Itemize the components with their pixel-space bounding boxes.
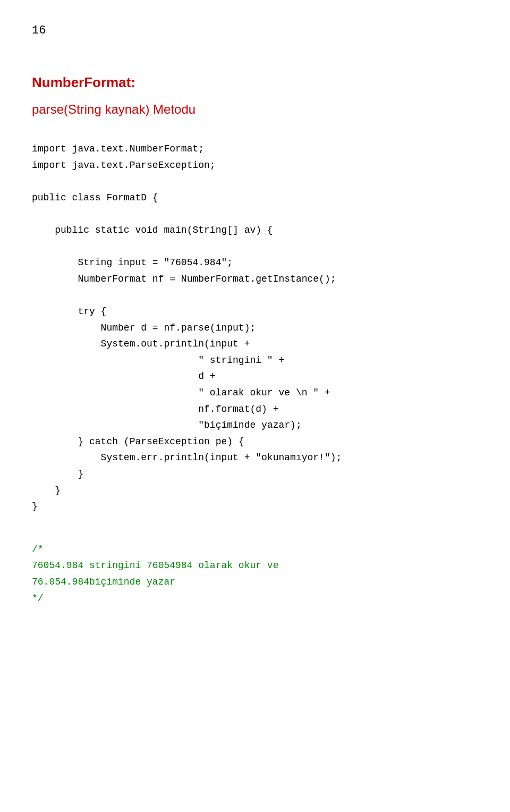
code-line-16: " olarak okur ve \n " + bbox=[32, 387, 330, 398]
code-line-9: NumberFormat nf = NumberFormat.getInstan… bbox=[32, 274, 336, 284]
comment-close: */ bbox=[32, 593, 44, 604]
code-line-19: } catch (ParseException pe) { bbox=[32, 436, 244, 447]
code-line-4: public class FormatD { bbox=[32, 192, 158, 203]
code-line-12: Number d = nf.parse(input); bbox=[32, 323, 256, 333]
code-line-8: String input = "76054.984"; bbox=[32, 257, 233, 268]
code-line-23: } bbox=[32, 501, 38, 512]
code-line-17: nf.format(d) + bbox=[32, 404, 278, 415]
code-line-15: d + bbox=[32, 371, 216, 382]
code-line-14: " stringini " + bbox=[32, 355, 284, 366]
code-line-11: try { bbox=[32, 306, 106, 317]
comment-block: /* 76054.984 stringini 76054984 olarak o… bbox=[32, 542, 478, 606]
section-title: NumberFormat: bbox=[32, 72, 478, 94]
code-line-20: System.err.println(input + "okunamıyor!"… bbox=[32, 452, 342, 463]
page-number: 16 bbox=[32, 21, 478, 40]
code-line-22: } bbox=[32, 485, 61, 496]
code-line-1: import java.text.NumberFormat; bbox=[32, 143, 204, 154]
code-line-13: System.out.println(input + bbox=[32, 339, 250, 349]
code-line-6: public static void main(String[] av) { bbox=[32, 225, 273, 235]
comment-line-2: 76.054.984biçiminde yazar bbox=[32, 577, 175, 587]
section-subtitle: parse(String kaynak) Metodu bbox=[32, 99, 478, 120]
code-line-18: "biçiminde yazar); bbox=[32, 420, 302, 430]
code-block: import java.text.NumberFormat; import ja… bbox=[32, 141, 478, 515]
comment-open: /* bbox=[32, 544, 44, 555]
code-line-21: } bbox=[32, 469, 83, 479]
code-line-2: import java.text.ParseException; bbox=[32, 160, 216, 171]
comment-line-1: 76054.984 stringini 76054984 olarak okur… bbox=[32, 560, 278, 571]
